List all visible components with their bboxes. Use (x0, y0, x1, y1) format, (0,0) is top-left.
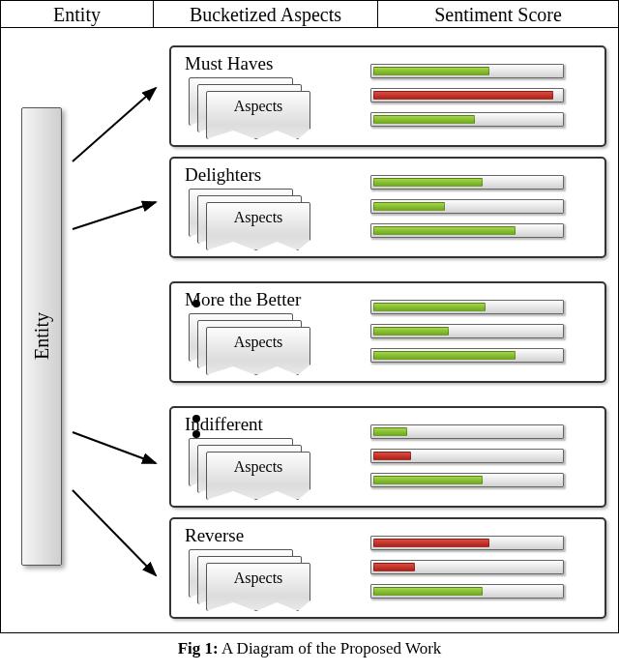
aspect-card: Aspects (206, 202, 310, 250)
bar-fill-green (373, 427, 407, 436)
sentiment-bars (370, 164, 595, 247)
bar-fill-red (373, 539, 489, 547)
sentiment-bar (370, 199, 564, 214)
header-row: Entity Bucketized Aspects Sentiment Scor… (1, 1, 618, 28)
sentiment-bar (370, 300, 564, 314)
bucket-left: IndifferentAspects (183, 414, 357, 496)
bucket-title: Delighters (185, 164, 357, 186)
bucket-delighters: DelightersAspects (169, 157, 606, 258)
bar-fill-green (373, 351, 516, 360)
aspect-card: Aspects (206, 91, 310, 139)
svg-line-1 (73, 202, 156, 229)
bucket-title: More the Better (185, 289, 357, 310)
arrow-column (63, 45, 169, 627)
aspects-stack: Aspects (189, 549, 314, 607)
aspects-stack: Aspects (189, 77, 314, 135)
bar-fill-red (373, 563, 415, 571)
header-sentiment: Sentiment Score (378, 1, 618, 27)
aspects-stack: Aspects (189, 189, 314, 247)
sentiment-bar (370, 175, 564, 190)
diagram-frame: Entity Bucketized Aspects Sentiment Scor… (0, 0, 619, 633)
header-bucketized: Bucketized Aspects (154, 1, 378, 27)
bucket-must-haves: Must HavesAspects (169, 45, 606, 147)
sentiment-bar (370, 348, 564, 363)
bar-fill-red (373, 91, 553, 100)
gap (169, 393, 606, 396)
bucket-title: Indifferent (185, 414, 357, 435)
dot-icon (192, 430, 200, 438)
caption-text: A Diagram of the Proposed Work (219, 639, 442, 657)
bucket-title: Reverse (185, 525, 357, 546)
aspects-stack: Aspects (189, 313, 314, 371)
sentiment-bar (370, 223, 564, 238)
bar-fill-green (373, 202, 445, 211)
aspect-card: Aspects (206, 452, 310, 500)
sentiment-bars (370, 53, 595, 135)
sentiment-bar (370, 449, 564, 463)
entity-box: Entity (21, 107, 62, 566)
svg-line-0 (73, 88, 156, 161)
bucket-reverse: ReverseAspects (169, 517, 606, 619)
bucket-indifferent: IndifferentAspects (169, 406, 606, 508)
arrows-svg (63, 45, 169, 626)
sentiment-bar (370, 536, 564, 550)
aspect-card: Aspects (206, 563, 310, 611)
aspects-stack: Aspects (189, 438, 314, 496)
sentiment-bar (370, 324, 564, 338)
bucket-left: DelightersAspects (183, 164, 357, 247)
bar-fill-green (373, 587, 483, 596)
svg-line-2 (73, 432, 156, 463)
sentiment-bar (370, 473, 564, 487)
sentiment-bar (370, 88, 564, 102)
bucket-title: Must Haves (185, 53, 357, 74)
svg-line-3 (73, 490, 156, 575)
sentiment-bar (370, 112, 564, 127)
header-entity: Entity (1, 1, 154, 27)
buckets-column: Must HavesAspectsDelightersAspectsMore t… (169, 45, 606, 627)
bar-fill-green (373, 303, 486, 311)
bar-fill-green (373, 226, 516, 235)
bucket-left: ReverseAspects (183, 525, 357, 607)
sentiment-bar (370, 560, 564, 574)
entity-column: Entity (13, 45, 63, 627)
bar-fill-green (373, 327, 449, 336)
gap (169, 268, 606, 272)
sentiment-bars (370, 414, 595, 496)
sentiment-bar (370, 584, 564, 599)
bucket-more-the-better: More the BetterAspects (169, 281, 606, 383)
entity-label: Entity (31, 312, 53, 360)
sentiment-bar (370, 424, 564, 439)
bar-fill-green (373, 67, 489, 75)
bar-fill-red (373, 452, 411, 460)
sentiment-bar (370, 64, 564, 78)
bucket-left: More the BetterAspects (183, 289, 357, 371)
bar-fill-green (373, 115, 475, 124)
dot-icon (192, 415, 200, 423)
sentiment-bars (370, 525, 595, 607)
diagram-body: Entity (1, 28, 618, 632)
bar-fill-green (373, 476, 483, 484)
dot-icon (192, 300, 200, 307)
bar-fill-green (373, 178, 483, 187)
bucket-left: Must HavesAspects (183, 53, 357, 135)
figure-caption: Fig 1: A Diagram of the Proposed Work (0, 633, 619, 660)
aspect-card: Aspects (206, 327, 310, 375)
sentiment-bars (370, 289, 595, 371)
caption-label: Fig 1: (178, 639, 219, 657)
